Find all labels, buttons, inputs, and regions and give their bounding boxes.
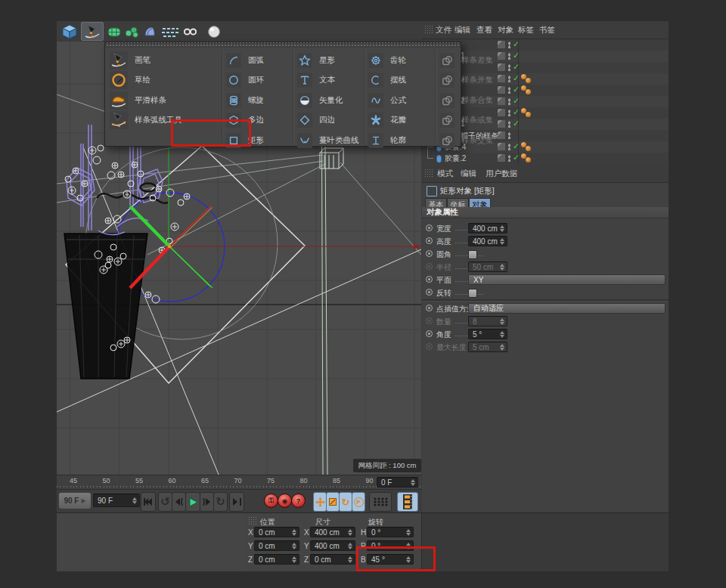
animation-toggle-icon[interactable] — [426, 250, 433, 257]
stepper-icon[interactable] — [348, 556, 353, 563]
menu-item-flower[interactable]: 花瓣 — [368, 110, 435, 130]
stepper-icon[interactable] — [292, 529, 297, 536]
move-tool-button[interactable] — [313, 492, 327, 512]
size-x-field[interactable]: 400 cm — [310, 527, 355, 537]
visibility-dots-icon[interactable] — [508, 42, 510, 48]
timeline-playhead[interactable]: 90 F▶ — [59, 493, 91, 509]
visibility-dots-icon[interactable] — [508, 98, 510, 105]
panel-grip-icon[interactable] — [424, 169, 433, 178]
menu-item-star[interactable]: 星形 — [297, 51, 364, 70]
menu-item-arc[interactable]: 圆弧 — [226, 51, 293, 70]
checkbox-反转[interactable] — [468, 289, 477, 298]
scale-tool-button[interactable] — [326, 492, 340, 512]
checkbox-圆角[interactable] — [468, 250, 477, 259]
rotate-tool-button[interactable]: ↻ — [339, 492, 352, 512]
help-keyframe-button[interactable]: ? — [291, 494, 306, 508]
stepper-icon[interactable] — [292, 543, 297, 549]
timeline-ruler[interactable]: 0 F 45505560657075808590 — [57, 475, 421, 490]
menu-item-foursided[interactable]: 四边 — [297, 110, 364, 130]
visibility-dots-icon[interactable] — [508, 132, 510, 139]
menu-item-formula[interactable]: 公式 — [368, 91, 435, 110]
menu-item-circle[interactable]: 圆环 — [226, 70, 293, 90]
tag-icon[interactable] — [526, 112, 531, 117]
position-x-field[interactable]: 0 cm — [254, 527, 299, 537]
next-key-button[interactable] — [200, 492, 214, 512]
stepper-icon[interactable] — [292, 556, 297, 563]
panel-grip-icon[interactable] — [424, 25, 433, 35]
toolbar-spline-pen-button[interactable] — [81, 22, 104, 41]
stepper-icon[interactable] — [500, 238, 505, 245]
menu-item-spline-and[interactable]: 样条合集 — [439, 91, 506, 110]
animation-toggle-icon[interactable] — [426, 224, 433, 231]
menu-item-cissoid[interactable]: 蔓叶类曲线 — [297, 131, 364, 150]
visibility-dots-icon[interactable] — [508, 155, 510, 162]
position-z-field[interactable]: 0 cm — [254, 554, 299, 565]
visibility-dots-icon[interactable] — [508, 121, 510, 128]
animation-toggle-icon[interactable] — [426, 263, 433, 270]
record-keyframe-button[interactable]: ⚿ — [264, 494, 278, 508]
go-to-end-button[interactable] — [229, 492, 244, 512]
current-frame-field[interactable]: 90 F — [93, 494, 140, 507]
visibility-dots-icon[interactable] — [508, 144, 510, 150]
tag-icon[interactable] — [526, 157, 531, 162]
stepper-icon[interactable] — [132, 497, 138, 504]
animation-toggle-icon[interactable] — [426, 343, 433, 350]
menu-item-spline-union[interactable]: 样条并集 — [439, 70, 506, 90]
field-最大长度[interactable]: 5 cm — [468, 342, 507, 352]
object-row[interactable]: 胶囊.2✓ — [422, 153, 669, 164]
go-to-start-button[interactable] — [141, 492, 156, 512]
om-menu-1[interactable]: 文件 — [436, 25, 451, 36]
render-settings-button[interactable] — [397, 492, 418, 512]
visibility-dots-icon[interactable] — [508, 64, 510, 71]
menu-item-spline-difference[interactable]: 样条差集 — [439, 51, 506, 70]
animation-toggle-icon[interactable] — [426, 317, 433, 324]
size-y-field[interactable]: 400 cm — [310, 540, 355, 551]
dropdown-点插值方式[interactable]: 自动适应 — [468, 303, 666, 314]
tag-icon[interactable] — [526, 146, 531, 151]
menu-item-spline-intersect[interactable]: 样条交集 — [439, 131, 506, 150]
visibility-dots-icon[interactable] — [508, 53, 510, 60]
layer-toggle-icon[interactable] — [498, 154, 505, 162]
toolbar-deformer-button[interactable] — [142, 22, 157, 41]
animation-toggle-icon[interactable] — [426, 330, 433, 337]
menu-item-smooth-spline[interactable]: 平滑样条 — [110, 91, 223, 110]
previous-key-button[interactable] — [172, 492, 186, 512]
visibility-dots-icon[interactable] — [508, 110, 510, 116]
stepper-icon[interactable] — [406, 529, 411, 536]
om-menu-4[interactable]: 对象 — [498, 25, 513, 36]
stepper-icon[interactable] — [411, 479, 416, 486]
menu-item-vectorize[interactable]: 矢量化 — [297, 91, 364, 110]
stepper-icon[interactable] — [348, 529, 353, 536]
toolbar-floor-stripes-button[interactable] — [160, 22, 180, 41]
stepper-icon[interactable] — [500, 331, 505, 338]
toolbar-array-objects-button[interactable] — [123, 22, 140, 41]
animation-toggle-icon[interactable] — [426, 305, 433, 311]
layout-dots-button[interactable] — [369, 492, 392, 512]
stepper-icon[interactable] — [500, 344, 505, 351]
am-menu-3[interactable]: 用户数据 — [486, 169, 517, 179]
menu-tear-off-grip[interactable] — [105, 42, 461, 48]
coordinate-system-button[interactable]: P — [352, 492, 365, 512]
menu-item-spline-or[interactable]: 样条或集 — [439, 110, 506, 130]
autokey-button[interactable]: ◉ — [278, 494, 292, 508]
menu-item-cycloid[interactable]: 摆线 — [368, 70, 435, 90]
panel-grip-icon[interactable] — [248, 516, 257, 526]
om-menu-2[interactable]: 编辑 — [455, 25, 470, 36]
tag-icon[interactable] — [526, 89, 531, 94]
om-menu-5[interactable]: 标签 — [518, 25, 534, 36]
size-z-field[interactable]: 0 cm — [310, 554, 355, 565]
stepper-icon[interactable] — [500, 264, 505, 271]
dropdown-平面[interactable]: XY — [468, 274, 666, 285]
menu-item-gear[interactable]: 齿轮 — [368, 51, 435, 70]
visibility-dots-icon[interactable] — [508, 87, 510, 94]
toolbar-cube-primitive-button[interactable] — [59, 22, 79, 41]
field-高度[interactable]: 400 cm — [468, 236, 507, 246]
field-数量[interactable]: 8 — [468, 316, 507, 326]
om-menu-3[interactable]: 查看 — [476, 25, 492, 36]
visibility-dots-icon[interactable] — [508, 76, 510, 82]
play-button[interactable] — [185, 492, 200, 512]
stepper-icon[interactable] — [500, 318, 505, 325]
menu-item-sketch[interactable]: 草绘 — [110, 70, 223, 90]
play-backward-loop-button[interactable]: ↺ — [158, 492, 172, 512]
layer-toggle-icon[interactable] — [498, 41, 505, 48]
